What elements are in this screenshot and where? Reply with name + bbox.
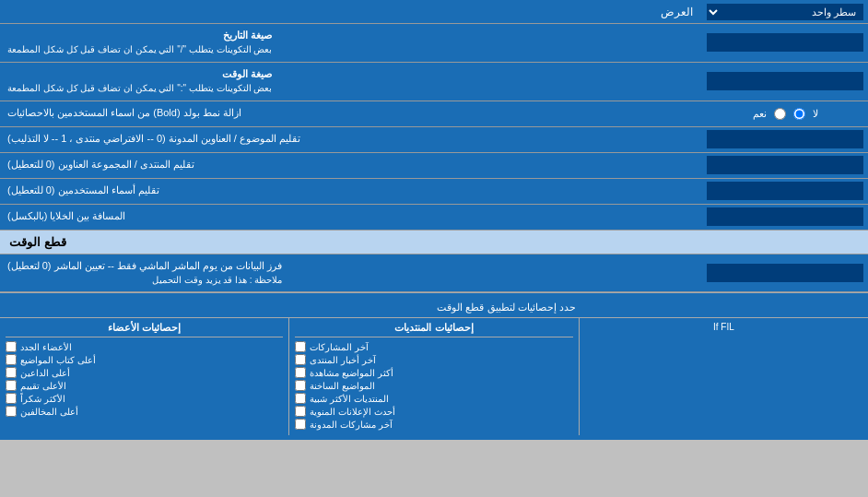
forum-limit-label: تقليم المنتدى / المجموعة العناوين (0 للت… [0, 153, 702, 178]
cell-spacing-row: 2 المسافة بين الخلايا (بالبكسل) [0, 205, 868, 231]
username-limit-label: تقليم أسماء المستخدمين (0 للتعطيل) [0, 179, 702, 204]
stats-header-label: حدد إحصائيات لتطبيق قطع الوقت [0, 298, 585, 317]
bold-no-radio[interactable] [793, 108, 805, 120]
topic-limit-input[interactable]: 33 [707, 130, 863, 148]
stats-col1-check-2[interactable] [295, 367, 306, 378]
stats-col2-label-0: الأعضاء الجدد [20, 342, 72, 352]
stats-col1-check-1[interactable] [295, 354, 306, 365]
stats-col1-label-2: أكثر المواضيع مشاهدة [310, 368, 393, 378]
bold-radio-group: لا نعم [745, 104, 826, 124]
cell-spacing-input-container: 2 [702, 205, 868, 230]
stats-col1-label-6: آخر مشاركات المدونة [310, 420, 393, 430]
stats-col1-item-0: آخر المشاركات [295, 341, 572, 352]
date-format-row: d-m صيغة التاريخ بعض التكوينات يتطلب "/"… [0, 24, 868, 63]
date-format-label-text: صيغة التاريخ بعض التكوينات يتطلب "/" الت… [7, 29, 272, 57]
stats-col1-label-5: أحدث الإعلانات المنوية [310, 407, 395, 417]
bold-no-label: لا [813, 108, 818, 120]
stats-col2-check-5[interactable] [6, 406, 17, 417]
time-cutoff-label-text: فرز البيانات من يوم الماشر الماشي فقط --… [7, 259, 282, 288]
time-format-input-container: H:i [702, 63, 868, 101]
display-select-container: سطر واحدسطرينثلاثة أسطر [702, 2, 868, 22]
stats-columns: If FIL إحصائيات المنتديات آخر المشاركات … [0, 318, 868, 435]
cell-spacing-input[interactable]: 2 [707, 207, 863, 226]
stats-col1-label-0: آخر المشاركات [310, 342, 369, 352]
time-cutoff-section-header: قطع الوقت [0, 231, 868, 254]
stats-col2-label-3: الأعلى تقييم [20, 381, 66, 391]
stats-col1-check-4[interactable] [295, 393, 306, 404]
time-format-label-text: صيغة الوقت بعض التكوينات يتطلب ":" التي … [7, 67, 272, 96]
stats-col1-item-5: أحدث الإعلانات المنوية [295, 406, 572, 417]
forum-limit-input-container: 33 [702, 153, 868, 178]
date-format-input[interactable]: d-m [707, 33, 863, 52]
stats-col1: إحصائيات المنتديات آخر المشاركات آخر أخب… [288, 318, 578, 435]
stats-col2-check-0[interactable] [6, 341, 17, 352]
username-limit-input-container: 0 [702, 179, 868, 204]
date-format-label: صيغة التاريخ بعض التكوينات يتطلب "/" الت… [0, 24, 702, 62]
stats-col2-check-1[interactable] [6, 354, 17, 365]
stats-col2-header: إحصائيات الأعضاء [6, 322, 283, 337]
stats-col2: إحصائيات الأعضاء الأعضاء الجدد أعلى كتاب… [0, 318, 288, 435]
topic-limit-input-container: 33 [702, 127, 868, 152]
time-cutoff-row: 0 فرز البيانات من يوم الماشر الماشي فقط … [0, 254, 868, 293]
stats-col2-check-2[interactable] [6, 367, 17, 378]
stats-col1-check-5[interactable] [295, 406, 306, 417]
stats-col2-item-1: أعلى كتاب المواضيع [6, 354, 283, 365]
stats-col1-item-4: المنتديات الأكثر شبية [295, 393, 572, 404]
stats-col1-label-4: المنتديات الأكثر شبية [310, 394, 389, 404]
stats-col1-check-6[interactable] [295, 419, 306, 430]
display-select[interactable]: سطر واحدسطرينثلاثة أسطر [707, 4, 863, 20]
username-limit-input[interactable]: 0 [707, 182, 863, 200]
stats-col2-label-5: أعلى المخالفين [20, 407, 78, 417]
time-cutoff-input[interactable]: 0 [707, 264, 863, 282]
bold-remove-row: لا نعم ازالة نمط بولد (Bold) من اسماء ال… [0, 101, 868, 127]
bold-remove-radio-container: لا نعم [702, 101, 868, 126]
stats-empty-col: If FIL [579, 318, 868, 435]
stats-col1-check-0[interactable] [295, 341, 306, 352]
stats-col2-item-2: أعلى الداعين [6, 367, 283, 378]
stats-col1-item-2: أكثر المواضيع مشاهدة [295, 367, 572, 378]
stats-col2-label-1: أعلى كتاب المواضيع [20, 355, 96, 365]
cell-spacing-label: المسافة بين الخلايا (بالبكسل) [0, 205, 702, 230]
stats-col1-label-1: آخر أخبار المنتدى [310, 355, 376, 365]
stats-col2-check-4[interactable] [6, 393, 17, 404]
stats-col1-item-1: آخر أخبار المنتدى [295, 354, 572, 365]
stats-col1-check-3[interactable] [295, 380, 306, 391]
forum-limit-row: 33 تقليم المنتدى / المجموعة العناوين (0 … [0, 153, 868, 179]
stats-col2-item-3: الأعلى تقييم [6, 380, 283, 391]
stats-col1-header: إحصائيات المنتديات [295, 322, 572, 337]
time-cutoff-label: فرز البيانات من يوم الماشر الماشي فقط --… [0, 254, 702, 292]
date-format-input-container: d-m [702, 24, 868, 62]
time-format-input[interactable]: H:i [707, 72, 863, 90]
time-format-row: H:i صيغة الوقت بعض التكوينات يتطلب ":" ا… [0, 63, 868, 101]
stats-col1-item-6: آخر مشاركات المدونة [295, 419, 572, 430]
username-limit-row: 0 تقليم أسماء المستخدمين (0 للتعطيل) [0, 179, 868, 205]
bold-yes-label: نعم [753, 108, 767, 120]
bold-yes-radio[interactable] [774, 108, 786, 120]
stats-col2-check-3[interactable] [6, 380, 17, 391]
stats-section: حدد إحصائيات لتطبيق قطع الوقت If FIL إحص… [0, 292, 868, 440]
bold-remove-label: ازالة نمط بولد (Bold) من اسماء المستخدمي… [0, 101, 702, 126]
top-label: العرض [0, 2, 702, 22]
stats-col2-label-4: الأكثر شكراً [20, 394, 65, 404]
stats-col2-item-4: الأكثر شكراً [6, 393, 283, 404]
stats-col2-item-0: الأعضاء الجدد [6, 341, 283, 352]
time-cutoff-input-container: 0 [702, 254, 868, 292]
stats-header-row: حدد إحصائيات لتطبيق قطع الوقت [0, 298, 868, 318]
topic-limit-row: 33 تقليم الموضوع / العناوين المدونة (0 -… [0, 127, 868, 153]
stats-col1-label-3: المواضيع الساخنة [310, 381, 375, 391]
stats-col1-item-3: المواضيع الساخنة [295, 380, 572, 391]
stats-col2-label-2: أعلى الداعين [20, 368, 70, 378]
forum-limit-input[interactable]: 33 [707, 156, 863, 174]
time-cutoff-section-label: قطع الوقت [9, 235, 66, 249]
time-format-label: صيغة الوقت بعض التكوينات يتطلب ":" التي … [0, 63, 702, 101]
stats-empty-label: If FIL [585, 322, 862, 332]
topic-limit-label: تقليم الموضوع / العناوين المدونة (0 -- ا… [0, 127, 702, 152]
stats-col2-item-5: أعلى المخالفين [6, 406, 283, 417]
